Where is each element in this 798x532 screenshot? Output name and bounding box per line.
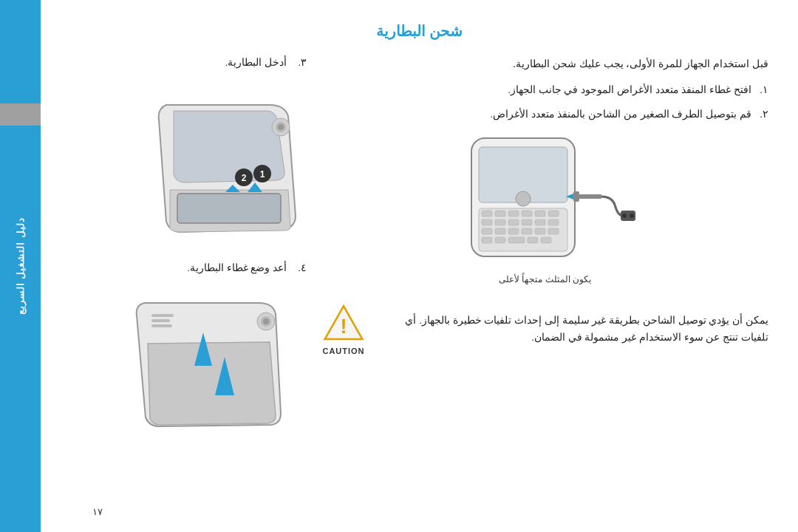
svg-rect-50 xyxy=(151,319,170,322)
svg-rect-9 xyxy=(482,219,492,225)
device-step3-svg: 2 1 xyxy=(92,90,307,238)
caution-label: CAUTION xyxy=(322,347,364,355)
svg-text:2: 2 xyxy=(242,173,247,183)
svg-rect-25 xyxy=(541,237,551,243)
svg-rect-6 xyxy=(522,211,532,216)
svg-rect-28 xyxy=(579,194,601,199)
svg-text:1: 1 xyxy=(260,169,265,180)
left-column: قبل استخدام الجهاز للمرة الأولى، يجب علي… xyxy=(321,55,768,429)
svg-rect-24 xyxy=(528,237,538,243)
svg-point-48 xyxy=(263,318,269,324)
svg-rect-10 xyxy=(495,219,505,225)
svg-rect-22 xyxy=(495,237,505,243)
svg-rect-13 xyxy=(535,219,545,225)
svg-rect-20 xyxy=(548,228,559,234)
caution-icon-container: ! CAUTION xyxy=(321,303,366,355)
step1-text: افتح غطاء المنفذ متعدد الأغراض الموجود ف… xyxy=(508,84,751,95)
svg-rect-51 xyxy=(151,324,172,327)
step3: ٣. أدخل البطارية. xyxy=(225,55,307,72)
svg-rect-12 xyxy=(522,219,532,225)
svg-rect-21 xyxy=(482,237,492,243)
svg-point-31 xyxy=(630,214,634,218)
caution-icon: ! xyxy=(321,303,366,344)
step3-label: ٣. xyxy=(298,57,307,68)
svg-rect-4 xyxy=(495,211,505,216)
svg-rect-7 xyxy=(535,211,545,216)
step4-text: أعد وضع غطاء البطارية. xyxy=(187,262,287,273)
sidebar: دليل التشغيل السريع xyxy=(0,0,41,532)
step1-label: ١. xyxy=(760,84,768,95)
caution-area: يمكن أن يؤدي توصيل الشاحن بطريقة غير سلي… xyxy=(321,296,768,363)
svg-rect-35 xyxy=(177,194,281,223)
sidebar-label: دليل التشغيل السريع xyxy=(15,217,26,315)
svg-rect-27 xyxy=(573,191,579,202)
phone-charger-illustration: يكون المثلث متجهاً لأعلى xyxy=(321,131,768,284)
sidebar-gray-strip xyxy=(0,103,41,126)
svg-text:!: ! xyxy=(340,315,347,338)
step4-label: ٤. xyxy=(298,262,307,273)
step4: ٤. أعد وضع غطاء البطارية. xyxy=(187,260,307,277)
svg-rect-49 xyxy=(151,314,174,317)
svg-rect-11 xyxy=(508,219,519,225)
svg-rect-5 xyxy=(508,211,519,216)
two-col-layout: قبل استخدام الجهاز للمرة الأولى، يجب علي… xyxy=(70,55,768,429)
svg-point-26 xyxy=(516,191,531,206)
phone-charger-svg xyxy=(449,131,641,271)
main-content: شحن البطارية قبل استخدام الجهاز للمرة ال… xyxy=(41,0,798,532)
step1: ١. افتح غطاء المنفذ متعدد الأغراض الموجو… xyxy=(321,82,768,99)
device-step4-svg xyxy=(92,296,307,429)
svg-point-44 xyxy=(278,124,284,130)
caution-text: يمكن أن يؤدي توصيل الشاحن بطريقة غير سلي… xyxy=(381,313,768,347)
step2: ٢. قم بتوصيل الطرف الصغير من الشاحن بالم… xyxy=(321,106,768,123)
svg-rect-8 xyxy=(548,211,559,216)
svg-point-30 xyxy=(622,214,627,218)
step2-label: ٢. xyxy=(760,109,768,120)
right-column: ٣. أدخل البطارية. xyxy=(70,55,307,429)
svg-rect-19 xyxy=(535,228,545,234)
svg-rect-18 xyxy=(522,228,532,234)
intro-text: قبل استخدام الجهاز للمرة الأولى، يجب علي… xyxy=(321,55,768,73)
step3-text: أدخل البطارية. xyxy=(225,57,287,68)
svg-rect-3 xyxy=(482,211,492,216)
charger-caption: يكون المثلث متجهاً لأعلى xyxy=(499,274,591,284)
svg-rect-23 xyxy=(508,237,525,243)
step2-text: قم بتوصيل الطرف الصغير من الشاحن بالمنفذ… xyxy=(490,109,751,120)
page-title: شحن البطارية xyxy=(70,22,768,40)
page-number: ١٧ xyxy=(92,506,103,517)
svg-rect-15 xyxy=(482,228,492,234)
svg-rect-14 xyxy=(548,219,559,225)
svg-rect-17 xyxy=(508,228,519,234)
svg-rect-16 xyxy=(495,228,505,234)
